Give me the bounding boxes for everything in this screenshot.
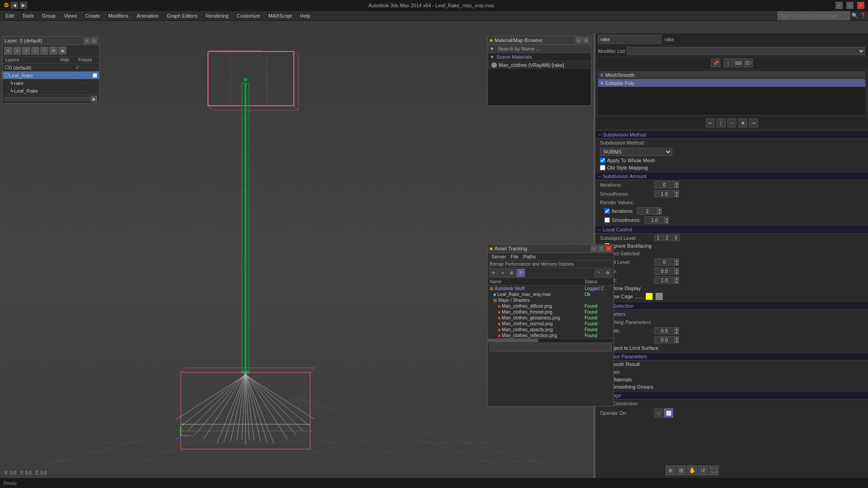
layer-row-leafrake2[interactable]: ↳ Leaf_Rake — —: [3, 87, 99, 94]
menu-rendering[interactable]: Rendering: [202, 12, 232, 19]
rp-nav-1[interactable]: ⇐: [706, 118, 715, 127]
render-iter-input[interactable]: 2: [637, 207, 657, 215]
iterations-up[interactable]: ▲: [675, 181, 679, 185]
render-iter-checkbox[interactable]: [604, 208, 610, 214]
subobj-btn-3[interactable]: 3: [672, 235, 680, 241]
at-min-btn[interactable]: −: [591, 245, 597, 252]
subdiv-method-select[interactable]: NURMS: [600, 148, 672, 156]
layer-icon-1[interactable]: ≡: [4, 47, 12, 55]
menu-views[interactable]: Views: [60, 12, 80, 19]
subobj-btn-2[interactable]: 2: [663, 235, 671, 241]
layers-help-btn[interactable]: ?: [84, 38, 90, 44]
at-path-input[interactable]: [490, 343, 612, 352]
mat-search[interactable]: ▼ Search by Name ...: [488, 45, 591, 53]
menu-graph-editors[interactable]: Graph Editors: [163, 12, 201, 19]
menu-help[interactable]: Help: [297, 12, 314, 19]
iterations-down[interactable]: ▼: [675, 185, 679, 188]
render-iter-up[interactable]: ▲: [657, 207, 662, 211]
rp-nav-4[interactable]: ✱: [738, 118, 747, 127]
at-tb-settings[interactable]: ⚙: [604, 269, 612, 277]
crease-up[interactable]: ▲: [675, 267, 679, 271]
apply-to-whole-checkbox[interactable]: [600, 158, 605, 163]
weight-up[interactable]: ▲: [675, 277, 679, 280]
at-tb-1[interactable]: ⟳: [490, 269, 498, 277]
weight-down[interactable]: ▼: [675, 280, 679, 284]
section-subdivision-amount[interactable]: − Subdivision Amount: [595, 172, 868, 180]
layer-icon-7[interactable]: ◉: [58, 47, 66, 55]
at-row-fresnel[interactable]: ■ Man_clothes_fresnel.png Found: [488, 309, 613, 315]
modifier-search-input[interactable]: [598, 35, 661, 44]
toolbar-btn-redo[interactable]: ▶: [20, 2, 27, 9]
rp-icon-1[interactable]: |: [724, 58, 733, 67]
layer-icon-5[interactable]: ↑: [40, 47, 48, 55]
at-row-glossiness[interactable]: ■ Man_clothes_glossiness.png Found: [488, 315, 613, 321]
control-level-up[interactable]: ▲: [675, 258, 679, 262]
nav-zoom-all[interactable]: ⊞: [676, 465, 686, 475]
close-btn[interactable]: ×: [857, 2, 864, 9]
rp-icon-pin[interactable]: 📌: [711, 58, 720, 67]
render-smooth-checkbox[interactable]: [604, 217, 610, 223]
layer-row-leafrake[interactable]: ☐ Leaf_Rake — —: [3, 71, 99, 79]
render-smooth-down[interactable]: ▼: [665, 220, 669, 224]
strength-down[interactable]: ▼: [675, 331, 679, 334]
old-style-checkbox[interactable]: [600, 165, 605, 170]
show-cage-swatch[interactable]: [646, 293, 653, 300]
at-row-maxfile[interactable]: ■ Leaf_Rake_max_vray.max Ok: [488, 291, 613, 297]
search-icon[interactable]: 🔍: [852, 13, 858, 19]
menu-group[interactable]: Group: [38, 12, 60, 19]
section-surface-params[interactable]: − Surface Parameters: [595, 352, 868, 361]
control-level-input[interactable]: 0: [654, 258, 675, 266]
iterations-input[interactable]: 0: [654, 181, 675, 188]
menu-maxscript[interactable]: MAXScript: [265, 12, 296, 19]
relax-up[interactable]: ▲: [675, 336, 679, 340]
at-sub-bitmap[interactable]: Bitmap Performance and Memory: [490, 262, 557, 267]
at-row-opacity[interactable]: ■ Man_clothes_opacity.png Found: [488, 327, 613, 333]
subobj-btn-1[interactable]: 1: [654, 235, 662, 241]
layer-icon-3[interactable]: +: [22, 47, 30, 55]
smoothness-down[interactable]: ▼: [675, 194, 679, 197]
at-menu-paths[interactable]: Paths: [521, 254, 538, 259]
at-tb-4[interactable]: ☰: [517, 269, 525, 277]
modifier-meshsmooth[interactable]: ◈ MeshSmooth: [598, 71, 865, 79]
at-scrollbar[interactable]: [488, 338, 613, 342]
menu-edit[interactable]: Edit: [2, 12, 18, 19]
rp-icon-3[interactable]: ⌦: [744, 58, 753, 67]
at-row-maps[interactable]: ⊞ Maps / Shaders: [488, 297, 613, 303]
modifier-editable-poly[interactable]: ◈ Editable Poly: [598, 79, 865, 87]
at-row-diffuse[interactable]: ■ Man_clothes_diffuse.png Found: [488, 303, 613, 309]
menu-modifiers[interactable]: Modifiers: [104, 12, 132, 19]
nav-orbit[interactable]: ↺: [698, 465, 708, 475]
operate-on-icon-2[interactable]: ⬜: [664, 408, 673, 418]
smoothness-up[interactable]: ▲: [675, 190, 679, 194]
render-smooth-up[interactable]: ▲: [665, 216, 669, 220]
layer-icon-6[interactable]: ⟳: [49, 47, 57, 55]
mat-min-btn[interactable]: −: [576, 37, 582, 43]
section-subdivision-method[interactable]: − Subdivision Method: [595, 131, 868, 139]
render-smooth-input[interactable]: 1.0: [644, 216, 665, 224]
at-menu-file[interactable]: File: [509, 254, 520, 259]
rp-icon-2[interactable]: ⌨: [734, 58, 743, 67]
nav-zoom[interactable]: ⊕: [665, 465, 675, 475]
minimize-btn[interactable]: −: [835, 2, 843, 9]
at-tb-help[interactable]: ?: [594, 269, 603, 277]
layer-row-rake[interactable]: ↳ rake — —: [3, 79, 99, 87]
render-iter-down[interactable]: ▼: [657, 211, 662, 215]
at-tb-3[interactable]: ⊞: [508, 269, 516, 277]
maximize-btn[interactable]: □: [846, 2, 854, 9]
section-settings[interactable]: − Settings: [595, 391, 868, 399]
strength-up[interactable]: ▲: [675, 327, 679, 331]
rp-nav-5[interactable]: ⇒: [749, 118, 758, 127]
at-row-normal[interactable]: ■ Man_clothes_normal.png Found: [488, 321, 613, 327]
operate-on-icon-1[interactable]: ⬡: [654, 408, 663, 418]
control-level-down[interactable]: ▼: [675, 262, 679, 266]
layers-scroll-right[interactable]: ▶: [91, 96, 97, 102]
nav-pan[interactable]: ✋: [687, 465, 697, 475]
menu-tools[interactable]: Tools: [19, 12, 38, 19]
relax-down[interactable]: ▼: [675, 340, 679, 343]
layer-icon-2[interactable]: ×: [13, 47, 21, 55]
crease-down[interactable]: ▼: [675, 271, 679, 275]
section-soft-selection[interactable]: − Soft Selection: [595, 302, 868, 310]
at-max-btn[interactable]: □: [598, 245, 604, 252]
mat-section-header[interactable]: ▼ Scene Materials: [488, 53, 591, 61]
menu-customize[interactable]: Customize: [233, 12, 264, 19]
